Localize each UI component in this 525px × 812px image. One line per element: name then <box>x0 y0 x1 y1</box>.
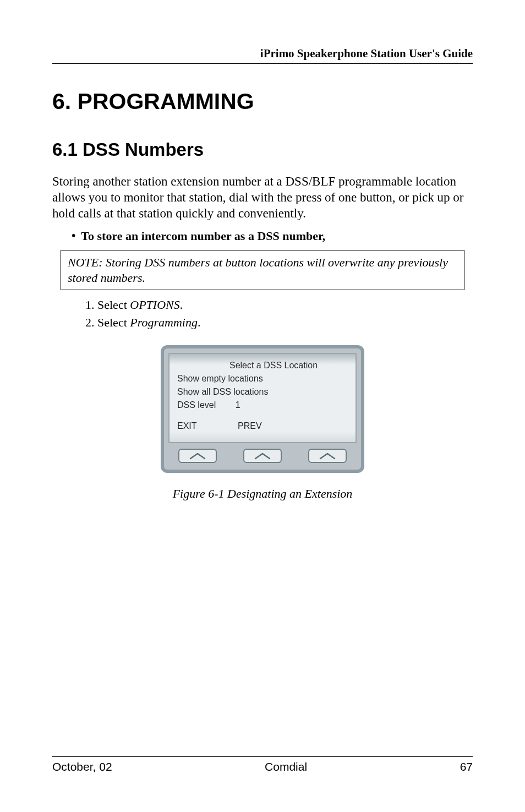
lcd-exit-label: EXIT <box>177 421 205 431</box>
softkey-button-2[interactable] <box>243 449 282 463</box>
step-1: 1. Select OPTIONS. <box>85 298 473 312</box>
softkey-buttons-row <box>168 443 357 465</box>
footer-date: October, 02 <box>52 760 112 773</box>
figure: Select a DSS Location Show empty locatio… <box>52 345 473 501</box>
step-2-prefix: 2. Select <box>85 315 130 329</box>
softkey-button-3[interactable] <box>308 449 347 463</box>
step-1-suffix: . <box>180 298 183 312</box>
bullet-item: • To store an intercom number as a DSS n… <box>72 229 473 243</box>
lcd-screen: Select a DSS Location Show empty locatio… <box>168 353 357 443</box>
note-box: NOTE: Storing DSS numbers at button loca… <box>61 250 464 290</box>
lcd-device: Select a DSS Location Show empty locatio… <box>161 345 364 473</box>
step-2: 2. Select Programming. <box>85 315 473 330</box>
lcd-softkey-labels: EXIT PREV <box>177 421 348 431</box>
lcd-dss-level-label: DSS level <box>177 400 216 410</box>
numbered-list: 1. Select OPTIONS. 2. Select Programming… <box>85 298 473 330</box>
footer-page-number: 67 <box>460 760 473 773</box>
chevron-up-icon <box>253 452 272 460</box>
softkey-button-1[interactable] <box>178 449 217 463</box>
footer-brand: Comdial <box>265 760 307 773</box>
lcd-line-dss-level: DSS level 1 <box>177 400 348 410</box>
lcd-line-all-locations: Show all DSS locations <box>177 387 348 397</box>
chevron-up-icon <box>318 452 337 460</box>
section-title: 6.1 DSS Numbers <box>52 139 473 160</box>
step-1-value: OPTIONS <box>130 298 179 312</box>
step-2-suffix: . <box>198 315 201 329</box>
step-1-prefix: 1. Select <box>85 298 130 312</box>
note-text: NOTE: Storing DSS numbers at button loca… <box>68 255 457 285</box>
lcd-prev-label: PREV <box>238 421 265 431</box>
running-header-title: iPrimo Speakerphone Station User's Guide <box>52 47 473 61</box>
bullet-text: To store an intercom number as a DSS num… <box>81 229 325 243</box>
intro-paragraph: Storing another station extension number… <box>52 174 473 221</box>
chapter-title: 6. PROGRAMMING <box>52 89 473 115</box>
page-footer: October, 02 Comdial 67 <box>52 756 473 773</box>
page-header: iPrimo Speakerphone Station User's Guide <box>52 47 473 64</box>
figure-caption: Figure 6-1 Designating an Extension <box>52 487 473 501</box>
step-2-value: Programming <box>130 315 198 329</box>
lcd-title: Select a DSS Location <box>199 361 348 370</box>
chevron-up-icon <box>188 452 207 460</box>
bullet-marker: • <box>72 229 75 243</box>
lcd-dss-level-value: 1 <box>236 400 240 410</box>
lcd-line-empty-locations: Show empty locations <box>177 374 348 384</box>
